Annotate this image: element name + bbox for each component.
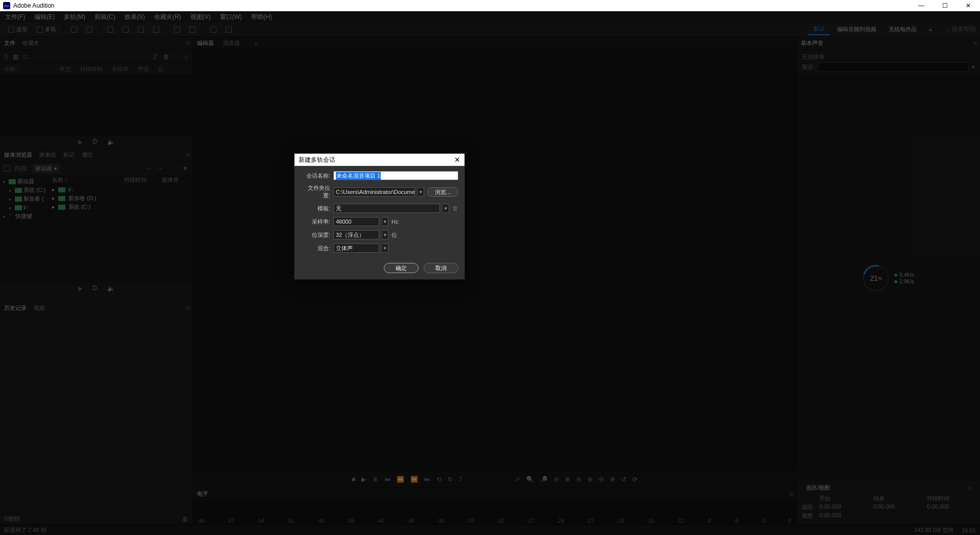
folder-location-dropdown[interactable]: ▾ <box>418 187 424 197</box>
tab-essential-sound[interactable]: 基本声音 <box>801 39 823 47</box>
files-tool-icon[interactable]: 🗑 <box>163 53 169 60</box>
workspace-edit-av[interactable]: 编辑音频到视频 <box>832 24 881 35</box>
menu-multitrack[interactable]: 多轨(M) <box>63 12 86 22</box>
record-button[interactable]: ⟲ <box>436 476 442 483</box>
col-channels[interactable]: 声道 <box>138 65 149 73</box>
skip-next-button[interactable]: ⏭ <box>424 476 430 483</box>
loop-button[interactable]: ↻ <box>448 476 453 483</box>
tab-editor[interactable]: 编辑器 <box>197 39 214 47</box>
files-tool-icon[interactable]: □. <box>23 53 29 60</box>
list-col-media[interactable]: 媒体类 <box>162 176 179 184</box>
loop-icon[interactable]: ⮊ <box>92 285 98 292</box>
skip-sel-button[interactable]: ⤴ <box>459 476 462 483</box>
mix-dropdown[interactable]: 立体声 <box>333 244 379 253</box>
tool-2[interactable] <box>82 24 96 35</box>
tool-9[interactable] <box>206 24 220 35</box>
zoom-icon[interactable]: ⊖ <box>554 476 559 483</box>
rewind-button[interactable]: ⏪ <box>397 476 404 483</box>
shortcut-icon[interactable] <box>4 165 10 172</box>
workspace-radio[interactable]: 无线电作品 <box>884 24 922 35</box>
tab-properties[interactable]: 属性 <box>82 151 93 159</box>
sample-rate-dropdown[interactable]: 48000 <box>333 217 379 226</box>
preset-menu-icon[interactable]: ▾ <box>972 64 975 70</box>
zoom-icon[interactable]: ⊖ <box>576 476 581 483</box>
tool-8[interactable] <box>185 24 200 35</box>
menu-window[interactable]: 窗口(W) <box>219 12 243 22</box>
filter-icon[interactable]: ▼ <box>182 165 188 172</box>
tool-1[interactable] <box>67 24 81 35</box>
panel-menu-icon[interactable]: ≡ <box>790 491 793 498</box>
template-dropdown[interactable]: 无 <box>333 204 440 213</box>
workspace-more[interactable]: » <box>924 25 937 34</box>
sel-duration[interactable]: 0:00.000 <box>927 503 975 511</box>
tree-item[interactable]: ▸F: <box>2 203 46 212</box>
folder-location-input[interactable]: C:\Users\Administrator\Documents\Ado... <box>333 187 415 197</box>
tab-video[interactable]: 视频 <box>34 304 45 312</box>
ok-button[interactable]: 确定 <box>384 263 419 273</box>
delete-template-icon[interactable]: 🗑 <box>452 205 458 212</box>
col-duration[interactable]: 持续时间 <box>80 65 103 73</box>
panel-menu-icon[interactable]: ≡ <box>254 40 258 47</box>
tab-mixer[interactable]: 混音器 <box>223 39 240 47</box>
template-dropdown-arrow[interactable]: ▾ <box>443 204 449 213</box>
bit-depth-dropdown[interactable]: 32（浮点） <box>333 230 379 239</box>
menu-help[interactable]: 帮助(H) <box>250 12 273 22</box>
panel-menu-icon[interactable]: ≡ <box>186 305 189 312</box>
nav-forward-icon[interactable]: → <box>157 165 163 172</box>
panel-menu-icon[interactable]: ≡ <box>186 40 189 47</box>
window-close-button[interactable]: ✕ <box>957 0 980 11</box>
list-col-name[interactable]: 名称 ↑ <box>52 176 68 184</box>
preset-dropdown[interactable] <box>818 62 969 71</box>
zoom-icon[interactable]: 🔍 <box>526 476 534 483</box>
list-item[interactable]: ▸新加卷 (D:) <box>49 194 192 203</box>
sample-rate-dropdown-arrow[interactable]: ▾ <box>382 217 388 226</box>
workspace-default[interactable]: 默认 <box>808 23 830 35</box>
tab-files[interactable]: 文件 <box>4 39 15 47</box>
tab-media-browser[interactable]: 媒体浏览器 <box>4 151 32 159</box>
tree-item[interactable]: ▸系统 (C:) <box>2 186 46 194</box>
panel-menu-icon[interactable]: ≡ <box>969 484 972 491</box>
level-meter[interactable]: dB -57 -54 -51 -48 -45 -42 -39 -36 -33 -… <box>193 501 796 525</box>
menu-clip[interactable]: 剪辑(C) <box>93 12 116 22</box>
editor-canvas[interactable] <box>193 50 796 471</box>
zoom-icon[interactable]: ⟳ <box>632 476 638 483</box>
files-tool-icon[interactable]: ▦ <box>13 53 18 60</box>
cancel-button[interactable]: 取消 <box>424 263 458 273</box>
list-col-duration[interactable]: 持续时间 <box>124 176 146 184</box>
tab-levels[interactable]: 电平 <box>197 490 208 498</box>
sel-start[interactable]: 0:00.000 <box>819 503 867 511</box>
trash-icon[interactable]: 🗑 <box>182 516 188 523</box>
zoom-icon[interactable]: ⊖ <box>599 476 604 483</box>
tool-3[interactable] <box>103 24 117 35</box>
play-icon[interactable]: ▶ <box>78 285 83 292</box>
help-search[interactable]: ⌕ 搜索帮助 <box>946 25 976 34</box>
content-dropdown[interactable]: 驱动器▾ <box>32 164 60 174</box>
tab-history[interactable]: 历史记录 <box>4 304 27 312</box>
menu-edit[interactable]: 编辑(E) <box>33 12 56 22</box>
search-icon[interactable]: ⌕ <box>185 53 188 60</box>
panel-menu-icon[interactable]: ≡ <box>186 152 189 159</box>
sel-end[interactable]: 0:00.000 <box>873 503 921 511</box>
menu-view[interactable]: 视图(V) <box>189 12 212 22</box>
tab-favorites[interactable]: 收藏夹 <box>22 39 39 47</box>
panel-menu-icon[interactable]: ≡ <box>973 40 977 47</box>
tab-effects-rack[interactable]: 效果组 <box>39 151 56 159</box>
list-item[interactable]: ▸F: <box>49 185 192 194</box>
fastfwd-button[interactable]: ⏩ <box>410 476 418 483</box>
col-bits[interactable]: 位 <box>158 65 164 73</box>
zoom-icon[interactable]: ⊕ <box>610 476 615 483</box>
zoom-icon[interactable]: 🔎 <box>540 476 548 483</box>
tree-item-shortcuts[interactable]: ▸快捷键 <box>2 212 46 221</box>
list-item[interactable]: ▸系统 (C:) <box>49 203 192 211</box>
col-name[interactable]: 名称 ↑ <box>4 65 20 73</box>
files-tool-icon[interactable]: ⎙ <box>4 53 8 60</box>
zoom-icon[interactable]: ⊕ <box>565 476 570 483</box>
autoplay-icon[interactable]: 🔈 <box>107 138 115 145</box>
menu-effects[interactable]: 效果(S) <box>124 12 146 22</box>
zoom-icon[interactable]: ↺ <box>621 476 626 483</box>
stop-button[interactable]: ■ <box>352 476 355 483</box>
autoplay-icon[interactable]: 🔈 <box>107 285 115 292</box>
mix-dropdown-arrow[interactable]: ▾ <box>382 244 388 253</box>
skip-prev-button[interactable]: ⏮ <box>384 476 390 483</box>
tool-5[interactable] <box>134 24 148 35</box>
